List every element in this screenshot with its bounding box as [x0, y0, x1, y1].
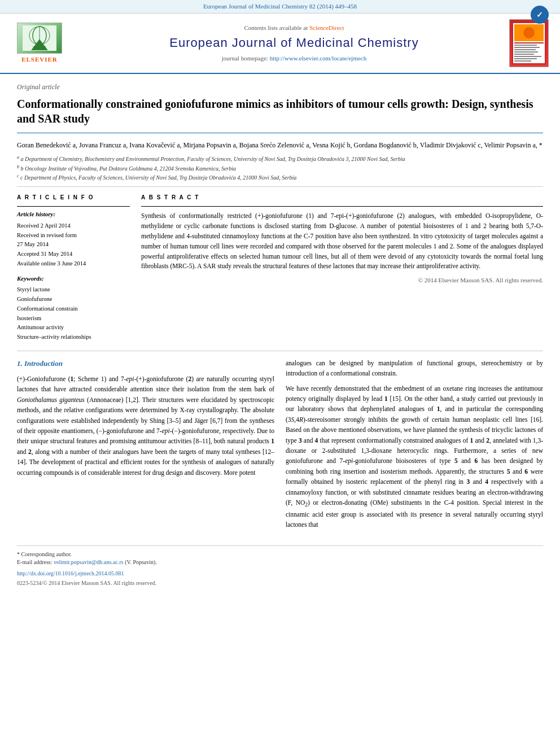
- homepage-url[interactable]: http://www.elsevier.com/locate/ejmech: [270, 55, 367, 62]
- sciencedirect-line: Contents lists available at ScienceDirec…: [79, 24, 509, 32]
- doi-line[interactable]: http://dx.doi.org/10.1016/j.ejmech.2014.…: [17, 570, 543, 578]
- footnote-section: * Corresponding author. E-mail address: …: [17, 545, 543, 587]
- intro-paragraph-1: (+)-Goniofufurone (1; Scheme 1) and 7-ep…: [17, 374, 274, 478]
- authors-line: Goran Benedeković a, Jovana Francuz a, I…: [17, 140, 543, 151]
- keyword-3: Conformational constrain: [17, 304, 130, 314]
- svg-rect-11: [514, 47, 540, 48]
- journal-cover-thumbnail: [509, 19, 549, 67]
- received-revised-label: Received in revised form: [17, 231, 130, 241]
- svg-rect-14: [514, 54, 534, 55]
- article-type-label: Original article: [17, 82, 543, 92]
- journal-citation-bar: European Journal of Medicinal Chemistry …: [0, 0, 560, 14]
- svg-rect-15: [514, 56, 541, 57]
- affiliation-a: a a Department of Chemistry, Biochemistr…: [17, 154, 543, 163]
- abstract-content: Synthesis of conformationally restricted…: [141, 206, 543, 285]
- svg-text:ELSEVIER: ELSEVIER: [33, 46, 46, 49]
- elsevier-logo-graphic: ELSEVIER: [17, 23, 62, 54]
- article-info-column: A R T I C L E I N F O Article history: R…: [17, 194, 130, 342]
- keyword-6: Structure–activity relationships: [17, 333, 130, 342]
- svg-point-8: [523, 27, 535, 38]
- received-revised-date: 27 May 2014: [17, 240, 130, 250]
- svg-rect-12: [514, 49, 536, 50]
- body-right-column: analogues can be designed by manipulatio…: [286, 358, 543, 534]
- crossmark-badge[interactable]: ✓: [531, 6, 549, 24]
- svg-rect-17: [514, 60, 531, 62]
- keyword-2: Goniofufurone: [17, 295, 130, 304]
- elsevier-brand-text: ELSEVIER: [21, 55, 58, 64]
- keyword-5: Antitumour activity: [17, 323, 130, 333]
- intro-paragraph-3: We have recently demonstrated that the e…: [286, 383, 543, 530]
- body-two-column: 1. Introduction (+)-Goniofufurone (1; Sc…: [17, 358, 543, 534]
- history-label: Article history:: [17, 210, 130, 219]
- keywords-section: Keywords: Styryl lactone Goniofufurone C…: [17, 274, 130, 342]
- article-title-section: Conformationally constrained goniofufuro…: [17, 97, 543, 133]
- keyword-4: Isosterism: [17, 314, 130, 324]
- journal-header: ELSEVIER ELSEVIER Contents lists availab…: [0, 14, 560, 74]
- article-info-box: Article history: Received 2 April 2014 R…: [17, 206, 130, 342]
- journal-center-header: Contents lists available at ScienceDirec…: [79, 24, 509, 63]
- main-content: Original article Conformationally constr…: [0, 74, 560, 596]
- copyright-line: © 2014 Elsevier Masson SAS. All rights r…: [141, 276, 543, 285]
- journal-homepage: journal homepage: http://www.elsevier.co…: [79, 54, 509, 63]
- email-footnote: E-mail address: velimir.popsavin@dh.uns.…: [17, 558, 543, 566]
- svg-rect-13: [514, 51, 538, 53]
- info-abstract-section: A R T I C L E I N F O Article history: R…: [17, 194, 543, 342]
- accepted-date: Accepted 31 May 2014: [17, 250, 130, 259]
- journal-title: European Journal of Medicinal Chemistry: [79, 34, 509, 52]
- journal-cover-image: [512, 22, 546, 64]
- body-left-column: 1. Introduction (+)-Goniofufurone (1; Sc…: [17, 358, 274, 534]
- elsevier-logo: ELSEVIER ELSEVIER: [11, 23, 68, 64]
- email-link[interactable]: velimir.popsavin@dh.uns.ac.rs: [54, 559, 124, 565]
- introduction-heading: 1. Introduction: [17, 358, 274, 369]
- received-date: Received 2 April 2014: [17, 221, 130, 231]
- affiliation-b: b b Oncology Institute of Vojvodina, Put…: [17, 164, 543, 173]
- intro-paragraph-2: analogues can be designed by manipulatio…: [286, 358, 543, 379]
- journal-citation-text: European Journal of Medicinal Chemistry …: [203, 3, 357, 10]
- article-title: Conformationally constrained goniofufuro…: [17, 97, 543, 126]
- svg-rect-10: [514, 45, 537, 46]
- svg-text:✓: ✓: [536, 11, 543, 19]
- issn-line: 0223-5234/© 2014 Elsevier Masson SAS. Al…: [17, 579, 543, 587]
- svg-rect-16: [514, 58, 537, 59]
- abstract-column: A B S T R A C T Synthesis of conformatio…: [141, 194, 543, 342]
- article-info-label: A R T I C L E I N F O: [17, 194, 130, 202]
- abstract-label: A B S T R A C T: [141, 194, 543, 202]
- affiliation-c: c c Department of Physics, Faculty of Sc…: [17, 173, 543, 182]
- abstract-text: Synthesis of conformationally restricted…: [141, 211, 543, 272]
- section-divider: [17, 351, 543, 351]
- affiliations-section: a a Department of Chemistry, Biochemistr…: [17, 154, 543, 187]
- keywords-label: Keywords:: [17, 274, 130, 283]
- keyword-1: Styryl lactone: [17, 285, 130, 295]
- available-date: Available online 3 June 2014: [17, 259, 130, 269]
- corresponding-author-note: * Corresponding author.: [17, 551, 543, 558]
- svg-rect-9: [514, 42, 544, 43]
- sciencedirect-link[interactable]: ScienceDirect: [309, 24, 344, 31]
